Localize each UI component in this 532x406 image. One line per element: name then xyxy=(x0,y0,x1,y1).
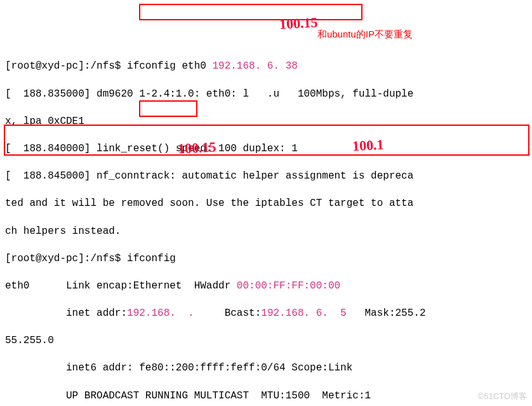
terminal-line-3: [ 188.840000] link_reset() speed: 100 du… xyxy=(5,142,527,156)
watermark: ©51CTO博客 xyxy=(478,391,527,402)
terminal-line-4a: [ 188.845000] nf_conntrack: automatic he… xyxy=(5,170,527,184)
eth0-inet: 192.168. . xyxy=(127,308,206,319)
terminal-line-2: [ 188.835000] dm9620 1-2.4:1.0: eth0: l … xyxy=(5,88,527,102)
terminal-line-2b: x, lpa 0xCDE1 xyxy=(5,115,527,129)
terminal-line-4c: ch helpers instead. xyxy=(5,225,527,239)
terminal-line-4b: ted and it will be removed soon. Use the… xyxy=(5,197,527,211)
eth0-line-2: inet addr:192.168. . Bcast:192.168. 6. 5… xyxy=(5,307,527,321)
highlight-box-cmd1 xyxy=(139,4,362,20)
terminal-line-5: [root@xyd-pc]:/nfs$ ifconfig xyxy=(5,252,527,266)
terminal-line-1: [root@xyd-pc]:/nfs$ ifconfig eth0 192.16… xyxy=(5,60,527,74)
eth0-line-1: eth0 Link encap:Ethernet HWaddr 00:00:FF… xyxy=(5,280,527,294)
handwritten-1: 100.15 xyxy=(279,13,318,34)
eth0-line-3: inet6 addr: fe80::200:ffff:feff:0/64 Sco… xyxy=(5,362,527,376)
ip-arg: 192.168. 6. 38 xyxy=(212,60,297,72)
eth0-line-2d: 55.255.0 xyxy=(5,334,527,348)
hwaddr: 00:00:FF:FF:00:00 xyxy=(237,280,340,292)
eth0-bcast: 192.168. 6. 5 xyxy=(261,308,346,319)
eth0-line-4: UP BROADCAST RUNNING MULTICAST MTU:1500 … xyxy=(5,389,527,403)
handwritten-3: 100.1 xyxy=(352,135,384,156)
annotation-cn: 和ubuntu的IP不要重复 xyxy=(317,28,413,41)
handwritten-2: 100.15 xyxy=(177,137,216,158)
